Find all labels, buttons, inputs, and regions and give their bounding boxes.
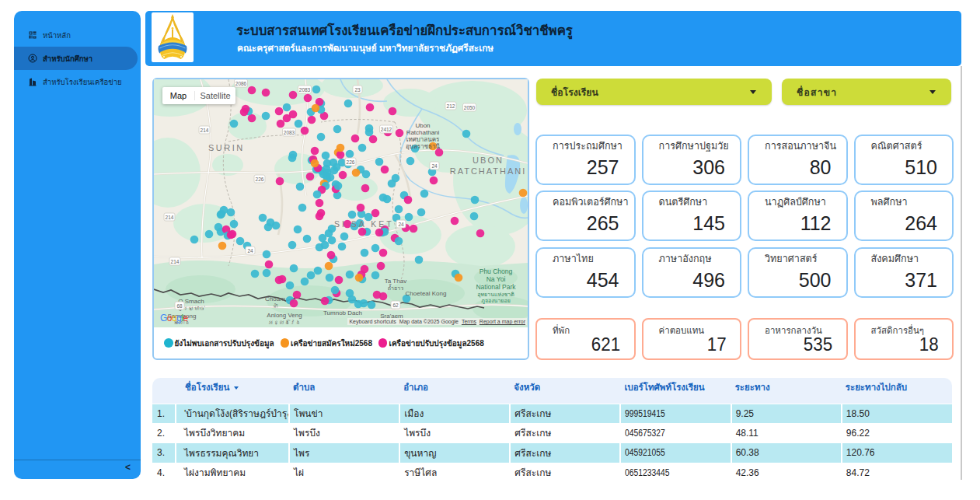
svg-text:Anlong Veng: Anlong Veng <box>267 312 302 319</box>
svg-text:62: 62 <box>392 302 399 308</box>
filter-major[interactable]: ชื่อสาขา <box>782 79 951 105</box>
svg-text:ជាំ: ជាំ <box>273 302 278 309</box>
map: SURIN UBON RATCHATHANI SI SA KET Ubon Ra… <box>154 79 528 327</box>
svg-text:อุทยานแห่งชาติ: อุทยานแห่งชาติ <box>477 292 514 298</box>
stat-ภาษาไทย: ภาษาไทย454 <box>535 247 636 298</box>
map-legend: ยังไม่พบเอกสารปรับปรุงข้อมูล เครือข่ายสม… <box>154 327 528 358</box>
map-card: SURIN UBON RATCHATHANI SI SA KET Ubon Ra… <box>152 78 529 360</box>
stat-การสอนภาษาจีน: การสอนภาษาจีน80 <box>748 135 848 185</box>
svg-text:RATCHATHANI: RATCHATHANI <box>450 166 527 176</box>
svg-text:226: 226 <box>256 177 264 182</box>
svg-text:24: 24 <box>398 222 404 227</box>
page: หน้าหลัก สำหรับนักศึกษา สำหรับโรงเรียนเค… <box>0 0 980 500</box>
svg-text:National Park: National Park <box>476 283 516 291</box>
svg-text:2083: 2083 <box>284 130 295 135</box>
map-type-control: MapSatellite <box>162 87 235 104</box>
stat-วิทยาศาสตร์: วิทยาศาสตร์500 <box>748 247 848 298</box>
subtitle: คณะครุศาสตร์และการพัฒนามนุษย์ มหาวิทยาลั… <box>237 40 493 55</box>
stat-สวัสดิการอื่นๆ: สวัสดิการอื่นๆ18 <box>854 318 954 360</box>
header: ระบบสารสนเทศโรงเรียนเครือข่ายฝึกประสบการ… <box>145 11 961 66</box>
svg-text:เทศบาลนคร: เทศบาลนคร <box>406 136 440 143</box>
svg-text:Choam: Choam <box>265 295 285 302</box>
svg-text:23: 23 <box>354 87 361 93</box>
svg-text:68: 68 <box>176 303 183 309</box>
svg-text:226: 226 <box>347 159 355 165</box>
stat-การศึกษาปฐมวัย: การศึกษาปฐมวัย306 <box>642 135 742 185</box>
svg-text:Ubon: Ubon <box>415 122 430 129</box>
sidebar: หน้าหลัก สำหรับนักศึกษา สำหรับโรงเรียนเค… <box>14 11 141 479</box>
svg-text:2050: 2050 <box>464 105 476 110</box>
stat-ที่พัก: ที่พัก621 <box>535 318 636 360</box>
svg-text:24: 24 <box>431 163 438 169</box>
stat-ค่าตอบแทน: ค่าตอบแทน17 <box>642 318 742 360</box>
svg-text:214: 214 <box>201 128 209 133</box>
svg-text:2083: 2083 <box>299 87 311 93</box>
logo <box>152 12 194 62</box>
svg-text:Ta Thav: Ta Thav <box>385 278 406 285</box>
svg-text:24: 24 <box>247 248 253 253</box>
title: ระบบสารสนเทศโรงเรียนเครือข่ายฝึกประสบการ… <box>236 20 573 40</box>
stat-คอมพิวเตอร์ศึกษา: คอมพิวเตอร์ศึกษา265 <box>535 191 636 241</box>
svg-text:Phu Chong: Phu Chong <box>480 267 513 275</box>
svg-text:อุบลราชธานี: อุบลราชธานี <box>406 143 440 150</box>
divider <box>961 66 962 480</box>
stat-ภาษาอังกฤษ: ภาษาอังกฤษ496 <box>642 247 742 298</box>
svg-text:Tumnob Dach: Tumnob Dach <box>323 309 362 316</box>
svg-text:Na Yoi: Na Yoi <box>487 275 506 283</box>
map-attribution: Keyboard shortcuts Map data ©2025 Google… <box>347 318 527 325</box>
school-table: ชื่อโรงเรียน ตำบลอำเภอจังหวัดเบอร์โทศัพท… <box>152 378 952 482</box>
svg-text:2412: 2412 <box>381 127 392 132</box>
menu-students[interactable]: สำหรับนักศึกษา <box>14 47 138 70</box>
svg-text:214: 214 <box>166 215 174 220</box>
stat-การประถมศึกษา: การประถมศึกษา257 <box>535 135 636 185</box>
svg-text:212: 212 <box>447 103 455 109</box>
stat-ดนตรีศึกษา: ดนตรีศึกษา145 <box>642 191 742 241</box>
svg-text:SI SA KET: SI SA KET <box>334 219 394 229</box>
svg-text:Choeteal Kong: Choeteal Kong <box>406 290 447 297</box>
sidebar-footer: < <box>14 460 141 479</box>
stat-อาหารกลางวัน: อาหารกลางวัน535 <box>748 318 848 360</box>
stat-พลศึกษา: พลศึกษา264 <box>854 191 954 241</box>
filter-school[interactable]: ชื่อโรงเรียน <box>536 79 772 105</box>
svg-text:ภูจองนายอย: ภูจองนายอย <box>481 298 510 304</box>
stat-นาฏศิลป์ศึกษา: นาฏศิลป์ศึกษา112 <box>748 191 848 241</box>
svg-text:214: 214 <box>171 259 180 264</box>
stat-คณิตศาสตร์: คณิตศาสตร์510 <box>854 135 954 185</box>
stat-สังคมศึกษา: สังคมศึกษา371 <box>854 247 954 298</box>
svg-text:SURIN: SURIN <box>208 143 245 152</box>
menu-home[interactable]: หน้าหลัก <box>14 23 138 47</box>
svg-text:អន្លង់វែង: អន្លង់វែង <box>268 319 301 325</box>
google-logo: Google <box>160 313 188 323</box>
svg-text:Ratchathani: Ratchathani <box>406 129 440 136</box>
svg-text:2086: 2086 <box>235 81 247 86</box>
menu-schools[interactable]: สำหรับโรงเรียนเครือข่าย <box>14 70 138 93</box>
svg-text:UBON: UBON <box>473 156 504 165</box>
